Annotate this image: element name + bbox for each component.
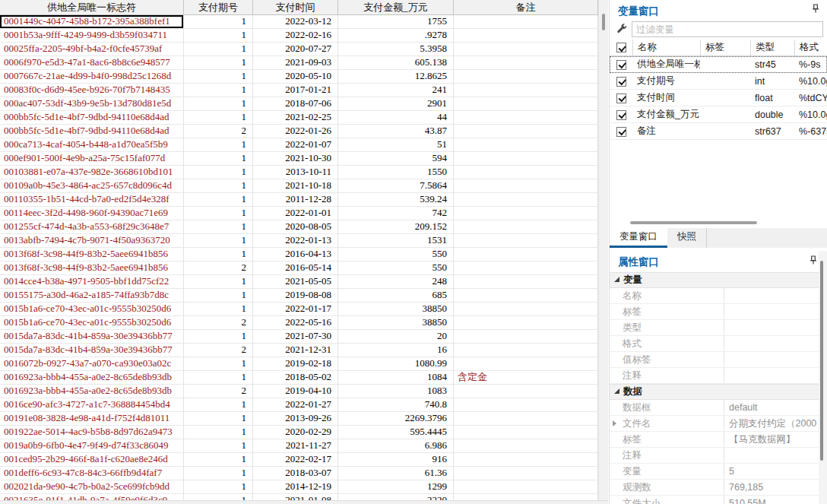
cell-amount[interactable]: 38850 [338,316,454,330]
cell-uuid[interactable]: 0016072b-0927-43a7-a070-ca930e03a02c [0,357,184,371]
cell-time[interactable]: 2018-05-02 [253,371,338,385]
variable-row[interactable]: 备注 str637 %-637s [610,123,827,140]
variable-row[interactable]: 支付时间 float %tdCY-N-D [610,90,827,106]
cell-period[interactable]: 1 [184,289,253,303]
cell-remark[interactable] [454,84,598,97]
cell-time[interactable]: 2018-03-07 [253,467,338,480]
section-header-variable[interactable]: 变量 [610,272,819,288]
cell-period[interactable]: 1 [184,357,253,371]
cell-amount[interactable]: 2901 [338,97,454,111]
cell-period[interactable]: 1 [184,179,253,193]
cell-period[interactable]: 1 [184,467,253,480]
cell-uuid[interactable]: 0016ce90-afc3-4727-a1c7-368884454bd4 [0,398,184,412]
variable-row[interactable]: 供地全局唯一标... str45 %-9s [610,56,827,73]
property-value[interactable]: 769,185 [724,480,819,495]
cell-period[interactable]: 2 [184,344,253,357]
cell-period[interactable]: 1 [184,412,253,426]
varcol-header-name[interactable]: 名称 [632,40,700,55]
cell-remark[interactable] [454,138,598,152]
cell-remark[interactable] [454,398,598,412]
cell-time[interactable]: 2021-11-27 [253,439,338,453]
cell-time[interactable]: 2021-10-30 [253,152,338,166]
cell-remark[interactable] [454,220,598,234]
cell-amount[interactable]: 1550 [338,166,454,179]
cell-period[interactable]: 1 [184,97,253,111]
cell-amount[interactable]: 38850 [338,303,454,316]
cell-time[interactable]: 2020-08-05 [253,220,338,234]
cell-time[interactable]: 2019-04-10 [253,385,338,398]
cell-amount[interactable]: 1080.99 [338,357,454,371]
cell-period[interactable]: 1 [184,152,253,166]
cell-period[interactable]: 1 [184,84,253,97]
cell-remark[interactable] [454,166,598,179]
cell-remark[interactable]: 含定金 [454,371,598,385]
cell-uuid[interactable]: 0006f970-e5d3-47a1-8ac6-8b8c6e948577 [0,56,184,70]
cell-uuid[interactable]: 0001b53a-9fff-4249-9499-d3b59f034711 [0,29,184,43]
cell-remark[interactable] [454,289,598,303]
cell-time[interactable]: 2022-02-16 [253,29,338,43]
cell-amount[interactable]: 1084 [338,371,454,385]
checkbox-checked-icon[interactable] [616,43,626,52]
cell-period[interactable]: 1 [184,303,253,316]
cell-time[interactable]: 2020-07-27 [253,43,338,56]
cell-remark[interactable] [454,29,598,43]
cell-period[interactable]: 1 [184,111,253,125]
cell-period[interactable]: 2 [184,125,253,138]
property-value[interactable]: 【马克数据网】 [724,432,819,447]
cell-time[interactable]: 2021-07-30 [253,330,338,344]
cell-uuid[interactable]: 0019a0b9-6fb0-4e47-9f49-d74f33c86049 [0,439,184,453]
cell-amount[interactable]: 5.3958 [338,43,454,56]
cell-amount[interactable]: 16 [338,344,454,357]
cell-uuid[interactable]: 00109a0b-45e3-4864-ac25-657c8d096c4d [0,179,184,193]
cell-uuid[interactable]: 001ced95-2b29-466f-8a1f-c620ae8e246d [0,453,184,467]
cell-remark[interactable] [454,111,598,125]
cell-time[interactable]: 2021-12-31 [253,344,338,357]
cell-time[interactable]: 2020-02-29 [253,426,338,439]
cell-period[interactable]: 2 [184,316,253,330]
cell-time[interactable]: 2022-01-27 [253,398,338,412]
cell-amount[interactable]: 550 [338,248,454,262]
cell-period[interactable]: 1 [184,439,253,453]
cell-remark[interactable] [454,385,598,398]
cell-uuid[interactable]: 000ac407-53df-43b9-9e5b-13d780d81e5d [0,97,184,111]
cell-time[interactable]: 2022-01-13 [253,234,338,248]
cell-uuid[interactable]: 00155175-a30d-46a2-a185-74ffa93b7d8c [0,289,184,303]
cell-remark[interactable] [454,303,598,316]
cell-remark[interactable] [454,234,598,248]
cell-period[interactable]: 1 [184,43,253,56]
cell-uuid[interactable]: 0007667c-21ae-4d99-b4f0-998d25c1268d [0,70,184,84]
cell-period[interactable]: 1 [184,480,253,494]
cell-time[interactable]: 2022-01-01 [253,207,338,220]
cell-period[interactable]: 1 [184,138,253,152]
cell-period[interactable]: 1 [184,453,253,467]
cell-remark[interactable] [454,15,598,29]
cell-remark[interactable] [454,70,598,84]
cell-amount[interactable]: 61.36 [338,467,454,480]
cell-period[interactable]: 1 [184,70,253,84]
cell-remark[interactable] [454,467,598,480]
tab-variables-window[interactable]: 变量窗口 [610,228,667,248]
cell-time[interactable]: 2021-05-05 [253,275,338,289]
cell-amount[interactable]: 1299 [338,480,454,494]
cell-uuid[interactable]: 0015da7a-83dc-41b4-859a-30e39436bb77 [0,330,184,344]
cell-period[interactable]: 1 [184,220,253,234]
cell-uuid[interactable]: 001deff6-6c93-47c8-84c3-66ffb9d4faf7 [0,467,184,480]
cell-remark[interactable] [454,193,598,207]
table-horizontal-scrollbar[interactable] [0,500,608,504]
cell-amount[interactable]: 742 [338,207,454,220]
cell-time[interactable]: 2022-01-17 [253,303,338,316]
cell-remark[interactable] [454,480,598,494]
cell-uuid[interactable]: 001255cf-474d-4a3b-a553-68f29c3648e7 [0,220,184,234]
variable-row[interactable]: 支付期号 int %10.0g [610,73,827,90]
cell-remark[interactable] [454,179,598,193]
cell-remark[interactable] [454,125,598,138]
cell-time[interactable]: 2018-07-06 [253,97,338,111]
cell-period[interactable]: 2 [184,385,253,398]
cell-time[interactable]: 2019-02-18 [253,357,338,371]
cell-uuid[interactable]: 00103881-e07a-437e-982e-3668610bd101 [0,166,184,179]
collapsed-triangle-icon[interactable] [613,420,616,426]
cell-period[interactable]: 1 [184,234,253,248]
cell-uuid[interactable]: 0015da7a-83dc-41b4-859a-30e39436bb77 [0,344,184,357]
cell-remark[interactable] [454,248,598,262]
cell-uuid[interactable]: 000ca713-4caf-4054-b448-a1d70ea5f5b9 [0,138,184,152]
